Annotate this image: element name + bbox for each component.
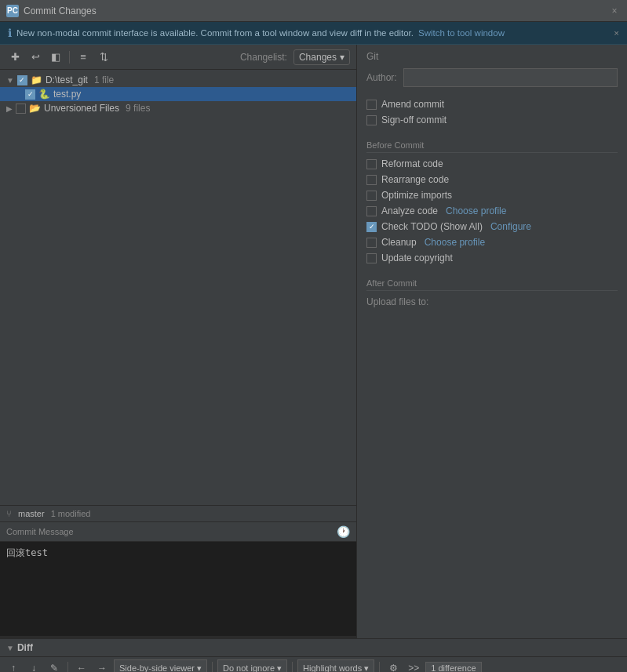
- analyze-row: Analyze code Choose profile: [366, 203, 618, 219]
- branch-name: master: [18, 509, 45, 518]
- folder-icon: 📁: [31, 74, 42, 85]
- copyright-checkbox[interactable]: [366, 253, 377, 263]
- notification-bar: ℹ New non-modal commit interface is avai…: [0, 22, 627, 45]
- copyright-row: Update copyright: [366, 250, 618, 266]
- window-title: Commit Changes: [24, 5, 608, 16]
- branch-icon: ⑂: [6, 509, 12, 518]
- before-commit-header: Before Commit: [366, 140, 618, 153]
- unversioned-name: Unversioned Files: [44, 103, 119, 114]
- switch-to-tool-window-link[interactable]: Switch to tool window: [418, 28, 505, 38]
- changelist-arrow-icon: ▾: [340, 52, 344, 63]
- copyright-label: Update copyright: [381, 252, 453, 263]
- cleanup-row: Cleanup Choose profile: [366, 234, 618, 250]
- rearrange-label: Rearrange code: [381, 174, 449, 185]
- branch-bar: ⑂ master 1 modified: [0, 505, 356, 521]
- before-commit-options: Reformat code Rearrange code Optimize im…: [366, 156, 618, 266]
- amend-commit-row: Amend commit: [366, 96, 618, 112]
- tree-item-root[interactable]: ▼ ✓ 📁 D:\test_git 1 file: [0, 73, 356, 87]
- check-todo-label: Check TODO (Show All): [381, 221, 483, 232]
- files-toolbar: ✚ ↩ ◧ ≡ ⇅ Changelist: Changes ▾: [0, 45, 356, 70]
- sign-off-label: Sign-off commit: [381, 114, 447, 125]
- changelist-dropdown[interactable]: Changes ▾: [293, 49, 350, 65]
- ignore-label: Do not ignore: [223, 663, 275, 672]
- diff-down-button[interactable]: ↓: [25, 659, 42, 672]
- ignore-dropdown[interactable]: Do not ignore ▾: [217, 659, 287, 672]
- cleanup-profile-link[interactable]: Choose profile: [425, 237, 485, 248]
- move-button[interactable]: ≡: [75, 49, 92, 66]
- diff-fold-icon: ▼: [6, 644, 14, 652]
- diff-count-badge: 1 difference: [425, 662, 481, 672]
- configure-link[interactable]: Configure: [490, 221, 531, 232]
- commit-message-label: Commit Message: [6, 527, 74, 536]
- check-todo-checkbox[interactable]: ✓: [366, 222, 377, 232]
- diff-edit-button[interactable]: ✎: [46, 659, 63, 672]
- test-py-checkbox[interactable]: ✓: [25, 89, 35, 100]
- optimize-checkbox[interactable]: [366, 191, 377, 201]
- notification-text: New non-modal commit interface is availa…: [16, 28, 414, 38]
- viewer-dropdown[interactable]: Side-by-side viewer ▾: [114, 659, 207, 672]
- rearrange-checkbox[interactable]: [366, 175, 377, 185]
- notification-close-button[interactable]: ×: [614, 28, 619, 38]
- cleanup-label: Cleanup: [381, 237, 417, 248]
- upload-row: Upload files to:: [366, 294, 618, 310]
- author-row: Author:: [366, 68, 618, 87]
- title-bar: PC Commit Changes ×: [0, 0, 627, 22]
- diff-next-button[interactable]: →: [93, 659, 111, 672]
- fold-arrow-icon: ▼: [6, 76, 14, 85]
- viewer-label: Side-by-side viewer: [119, 663, 195, 672]
- unversioned-count: 9 files: [126, 103, 150, 114]
- optimize-row: Optimize imports: [366, 187, 618, 203]
- diff-sep4: [379, 662, 380, 672]
- highlight-arrow-icon: ▾: [364, 663, 369, 673]
- sign-off-checkbox[interactable]: [366, 115, 377, 125]
- undo-button[interactable]: ↩: [27, 49, 44, 66]
- root-folder-name: D:\test_git: [46, 74, 88, 85]
- cleanup-checkbox[interactable]: [366, 238, 377, 248]
- left-panel: ✚ ↩ ◧ ≡ ⇅ Changelist: Changes ▾ ▼ ✓ 📁 D:…: [0, 45, 357, 638]
- expand-button[interactable]: ⇅: [95, 49, 112, 66]
- commit-message-input[interactable]: 回滚test: [0, 542, 356, 636]
- unversioned-fold-icon: ▶: [6, 104, 13, 113]
- diff-settings-button[interactable]: ⚙: [385, 659, 402, 672]
- diff-section: ▼ Diff ↑ ↓ ✎ ← → Side-by-side viewer ▾ D…: [0, 638, 627, 672]
- highlight-dropdown[interactable]: Highlight words ▾: [297, 659, 374, 672]
- tree-item-unversioned[interactable]: ▶ 📂 Unversioned Files 9 files: [0, 101, 356, 115]
- info-icon: ℹ: [8, 27, 12, 39]
- upload-label: Upload files to:: [366, 296, 428, 307]
- add-file-button[interactable]: ✚: [6, 49, 24, 66]
- amend-commit-label: Amend commit: [381, 99, 444, 110]
- author-input[interactable]: [403, 68, 618, 87]
- window-close-button[interactable]: ×: [608, 5, 621, 17]
- tree-item-test-py[interactable]: ✓ 🐍 test.py: [0, 87, 356, 101]
- amend-commit-checkbox[interactable]: [366, 100, 377, 110]
- commit-message-section: Commit Message 🕐 回滚test: [0, 521, 356, 638]
- modified-count: 1 modified: [51, 509, 91, 518]
- check-todo-row: ✓ Check TODO (Show All) Configure: [366, 219, 618, 234]
- test-py-name: test.py: [53, 89, 81, 100]
- sign-off-row: Sign-off commit: [366, 112, 618, 128]
- analyze-label: Analyze code: [381, 205, 438, 216]
- reformat-checkbox[interactable]: [366, 159, 377, 169]
- diff-toolbar: ↑ ↓ ✎ ← → Side-by-side viewer ▾ Do not i…: [0, 657, 627, 672]
- diff-sep3: [292, 662, 293, 672]
- diff-collapse-button[interactable]: >>: [405, 659, 422, 672]
- diff-up-button[interactable]: ↑: [5, 659, 22, 672]
- analyze-profile-link[interactable]: Choose profile: [446, 205, 506, 216]
- root-checkbox[interactable]: ✓: [17, 75, 27, 85]
- changelist-label: Changelist:: [240, 52, 287, 63]
- diff-section-header: ▼ Diff: [0, 639, 627, 657]
- python-file-icon: 🐍: [38, 89, 50, 100]
- diff-prev-button[interactable]: ←: [73, 659, 90, 672]
- diff-title: Diff: [17, 642, 33, 653]
- diff-button[interactable]: ◧: [47, 49, 64, 66]
- after-commit-header: After Commit: [366, 278, 618, 291]
- unversioned-checkbox[interactable]: [16, 104, 26, 114]
- app-icon: PC: [6, 5, 19, 17]
- analyze-checkbox[interactable]: [366, 206, 377, 216]
- viewer-arrow-icon: ▾: [197, 663, 202, 673]
- commit-history-icon[interactable]: 🕐: [337, 525, 350, 538]
- rearrange-row: Rearrange code: [366, 172, 618, 187]
- diff-sep2: [212, 662, 213, 672]
- unversioned-folder-icon: 📂: [29, 103, 41, 114]
- changelist-value: Changes: [299, 52, 337, 63]
